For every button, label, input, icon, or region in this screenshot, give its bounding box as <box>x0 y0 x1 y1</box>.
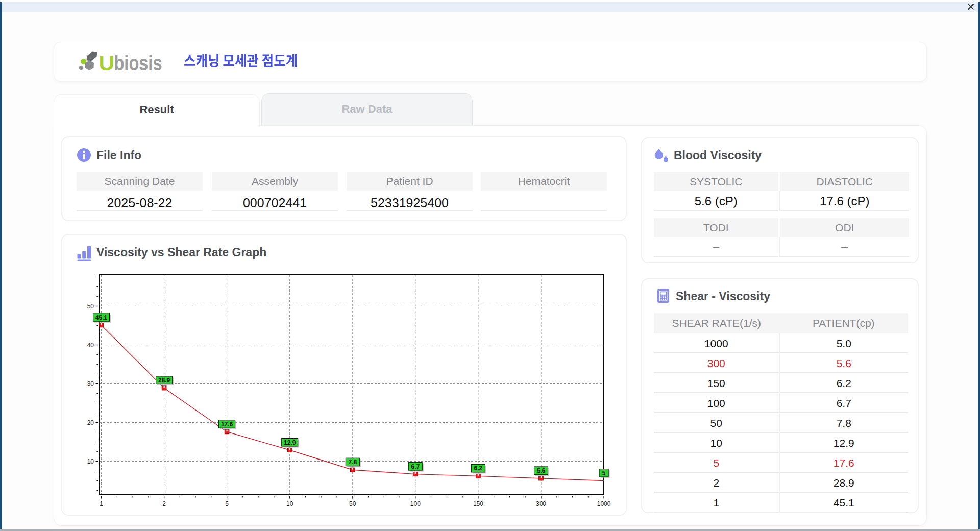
svg-text:40: 40 <box>87 342 94 349</box>
svg-text:5: 5 <box>602 470 606 477</box>
svg-text:45.1: 45.1 <box>95 314 108 321</box>
svg-text:10: 10 <box>286 500 293 508</box>
svg-text:100: 100 <box>410 500 421 508</box>
svg-text:5.6: 5.6 <box>537 467 546 474</box>
svg-text:30: 30 <box>87 380 94 388</box>
svg-text:2: 2 <box>162 500 166 508</box>
svg-text:17.6: 17.6 <box>221 421 233 428</box>
svg-text:10: 10 <box>87 458 94 465</box>
svg-text:300: 300 <box>536 500 546 508</box>
svg-text:28.9: 28.9 <box>158 377 170 384</box>
svg-text:20: 20 <box>87 419 94 426</box>
svg-text:1000: 1000 <box>597 500 611 508</box>
svg-text:1: 1 <box>100 500 103 508</box>
svg-text:50: 50 <box>87 303 94 310</box>
svg-text:150: 150 <box>473 500 483 508</box>
svg-text:6.7: 6.7 <box>411 463 420 470</box>
svg-text:7.8: 7.8 <box>348 458 357 466</box>
svg-text:50: 50 <box>349 500 356 508</box>
svg-text:6.2: 6.2 <box>474 465 483 472</box>
svg-text:Ubiosis: Ubiosis <box>99 51 162 75</box>
svg-text:5: 5 <box>225 500 229 508</box>
svg-text:12.9: 12.9 <box>284 439 296 446</box>
